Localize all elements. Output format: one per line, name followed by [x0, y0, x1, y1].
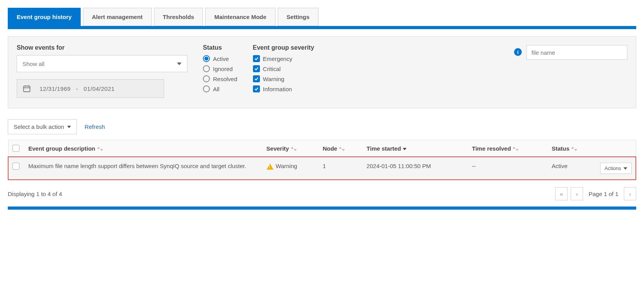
col-time-started[interactable]: Time started — [363, 140, 468, 157]
refresh-link[interactable]: Refresh — [85, 123, 105, 130]
date-range-picker[interactable]: 12/31/1969 - 01/04/2021 — [17, 79, 164, 98]
bulk-action-dropdown[interactable]: Select a bulk action — [8, 119, 77, 134]
filter-severity: Event group severity Emergency Critical … — [253, 44, 314, 98]
chevron-down-icon — [177, 63, 182, 65]
caret-down-icon — [623, 167, 627, 170]
sort-icon — [339, 147, 345, 151]
cell-time-started: 2024-01-05 11:00:50 PM — [363, 157, 468, 180]
cell-severity: Warning — [263, 157, 319, 180]
status-radio-resolved[interactable]: Resolved — [203, 75, 237, 82]
bottom-bar — [8, 207, 636, 210]
radio-icon — [203, 65, 210, 72]
radio-icon — [203, 75, 210, 82]
cell-status: Active — [548, 157, 596, 180]
tab-underline — [8, 26, 636, 29]
tab-alert-management[interactable]: Alert management — [83, 8, 152, 26]
col-status[interactable]: Status — [548, 140, 596, 157]
cell-time-resolved: -- — [468, 157, 548, 180]
status-label: Status — [203, 44, 237, 51]
col-time-resolved[interactable]: Time resolved — [468, 140, 548, 157]
tab-thresholds[interactable]: Thresholds — [154, 8, 203, 26]
radio-label: All — [213, 86, 220, 92]
bulk-action-label: Select a bulk action — [14, 123, 64, 130]
checkbox-label: Information — [263, 86, 292, 92]
cell-description: Maximum file name length support differs… — [24, 157, 263, 180]
date-from: 12/31/1969 — [40, 85, 71, 92]
status-radio-all[interactable]: All — [203, 85, 237, 92]
checkbox-label: Critical — [263, 66, 281, 72]
status-radio-ignored[interactable]: Ignored — [203, 65, 237, 72]
table-footer: Displaying 1 to 4 of 4 « ‹ Page 1 of 1 › — [8, 180, 636, 204]
checkbox-label: Emergency — [263, 56, 293, 62]
sort-icon — [97, 147, 103, 151]
filter-panel: Show events for Show all 12/31/1969 - 01… — [8, 36, 636, 108]
tab-bar: Event group history Alert management Thr… — [8, 8, 636, 26]
row-actions-dropdown[interactable]: Actions — [600, 163, 632, 174]
checkbox-label: Warning — [263, 76, 284, 82]
show-events-value: Show all — [23, 61, 45, 67]
checkbox-icon — [253, 65, 260, 72]
page-label: Page 1 of 1 — [586, 191, 621, 197]
show-events-label: Show events for — [17, 44, 187, 51]
toolbar: Select a bulk action Refresh — [8, 119, 636, 134]
row-checkbox[interactable] — [12, 163, 19, 170]
col-severity[interactable]: Severity — [263, 140, 319, 157]
search-input[interactable] — [526, 45, 627, 60]
col-node[interactable]: Node — [319, 140, 363, 157]
radio-icon — [203, 85, 210, 92]
svg-rect-0 — [24, 86, 30, 92]
severity-label: Event group severity — [253, 44, 314, 51]
checkbox-icon — [253, 55, 260, 62]
select-all-checkbox[interactable] — [12, 145, 19, 152]
caret-down-icon — [67, 126, 71, 128]
table-row: Maximum file name length support differs… — [8, 157, 636, 180]
show-events-dropdown[interactable]: Show all — [17, 55, 187, 72]
calendar-icon — [23, 84, 31, 93]
severity-check-warning[interactable]: Warning — [253, 75, 314, 82]
pager: « ‹ Page 1 of 1 › — [555, 187, 636, 200]
pager-prev-button[interactable]: ‹ — [571, 187, 583, 200]
severity-check-emergency[interactable]: Emergency — [253, 55, 314, 62]
status-radio-active[interactable]: Active — [203, 55, 237, 62]
severity-check-critical[interactable]: Critical — [253, 65, 314, 72]
search-area: i — [514, 44, 627, 98]
sort-icon — [291, 147, 297, 151]
severity-check-information[interactable]: Information — [253, 85, 314, 92]
radio-label: Ignored — [213, 66, 233, 72]
radio-label: Active — [213, 56, 229, 62]
actions-label: Actions — [604, 165, 621, 171]
warning-icon — [267, 163, 274, 170]
events-table: Event group description Severity Node Ti… — [8, 140, 636, 180]
checkbox-icon — [253, 75, 260, 82]
col-description[interactable]: Event group description — [24, 140, 263, 157]
filter-show-events: Show events for Show all 12/31/1969 - 01… — [17, 44, 187, 98]
radio-label: Resolved — [213, 76, 237, 82]
sort-icon — [571, 147, 577, 151]
tab-settings[interactable]: Settings — [278, 8, 319, 26]
date-to: 01/04/2021 — [84, 85, 115, 92]
pager-next-button[interactable]: › — [624, 187, 636, 200]
radio-icon — [203, 55, 210, 62]
sort-desc-icon — [403, 148, 407, 150]
checkbox-icon — [253, 85, 260, 92]
date-separator: - — [76, 85, 78, 92]
filter-status: Status Active Ignored Resolved All — [203, 44, 237, 98]
info-icon[interactable]: i — [514, 48, 522, 56]
pager-first-button[interactable]: « — [555, 187, 568, 200]
display-count: Displaying 1 to 4 of 4 — [8, 191, 62, 197]
tab-event-group-history[interactable]: Event group history — [8, 8, 81, 26]
tab-maintenance-mode[interactable]: Maintenance Mode — [205, 8, 275, 26]
sort-icon — [512, 147, 519, 151]
cell-node: 1 — [319, 157, 363, 180]
